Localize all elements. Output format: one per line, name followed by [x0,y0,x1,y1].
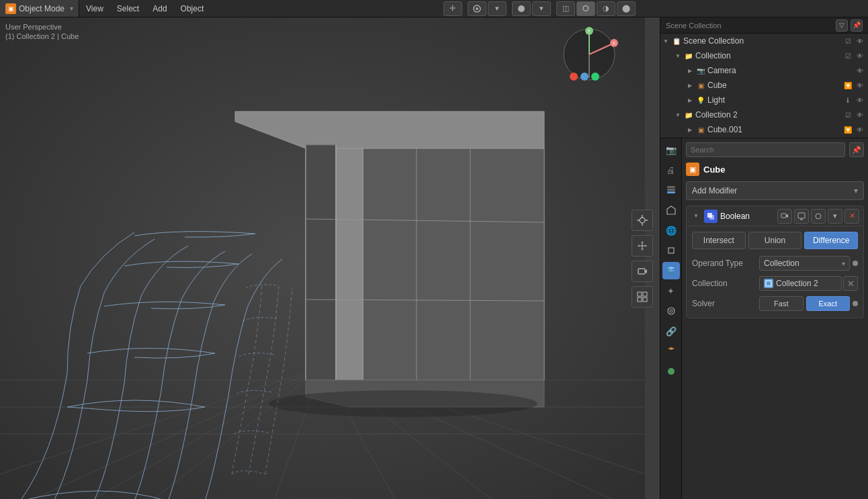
collection-expand[interactable]: ▼ [672,50,683,61]
props-icon-data[interactable] [662,343,680,360]
cube001-expand[interactable]: ▶ [685,124,695,135]
cube-visibility[interactable]: 👁 [855,80,865,91]
toolbar-group-shading: ▾ [512,1,551,16]
props-icon-render[interactable]: 📷 [662,141,680,158]
light-actions: ℹ 👁 [842,95,865,105]
shading-material[interactable]: ◑ [597,1,615,16]
modifier-delete-btn[interactable]: ✕ [844,209,859,224]
operand-type-dropdown[interactable]: Collection ▾ [759,256,850,271]
shading-wireframe[interactable]: ◫ [556,1,575,16]
shading-render[interactable]: ⬤ [617,1,636,16]
btn-union[interactable]: Union [748,232,802,249]
cube001-icon: ▣ [695,124,706,135]
solver-fast-btn[interactable]: Fast [759,296,804,311]
props-icon-world[interactable]: 🌐 [662,222,680,239]
light-expand[interactable]: ▶ [685,95,695,105]
scene-visibility[interactable]: 👁 [855,36,865,46]
collection-visibility[interactable]: 👁 [855,50,865,61]
menu-object[interactable]: Object [174,0,211,17]
mode-selector[interactable]: ▣ Object Mode ▾ [0,0,79,17]
outliner-filter-btn[interactable]: ▽ [836,19,848,32]
operation-button-row: Intersect Union Difference [692,232,858,249]
tool-grid[interactable] [632,286,653,308]
camera-expand[interactable]: ▶ [685,65,695,76]
scene-check[interactable]: ☑ [842,36,853,46]
props-icon-scene[interactable] [662,201,680,219]
svg-point-41 [640,218,645,223]
collection-actions: ☑ 👁 [842,50,865,61]
collection-check[interactable]: ☑ [842,50,853,61]
svg-rect-55 [667,186,675,188]
props-icon-material[interactable] [662,363,680,380]
menu-select[interactable]: Select [110,0,146,17]
btn-intersect[interactable]: Intersect [692,232,746,249]
modifier-expand-arrow[interactable]: ▼ [691,211,701,222]
toolbar-chevron-overlay[interactable]: ▾ [488,1,507,16]
props-icon-viewlayer[interactable] [662,181,680,199]
modifier-dropdown-arrow[interactable]: ▾ [828,209,842,224]
toolbar-btn-cursor[interactable]: ✛ [443,1,462,16]
toolbar-overlay-btn[interactable] [468,1,486,16]
main-content: User Perspective (1) Collection 2 | Cube… [0,17,868,499]
cube-expand[interactable]: ▶ [685,80,695,91]
shading-solid[interactable]: ⬡ [576,1,595,16]
menu-add[interactable]: Add [146,0,173,17]
svg-rect-48 [638,269,645,274]
collection2-visibility[interactable]: 👁 [855,109,865,120]
scene-expand[interactable]: ▼ [660,36,671,46]
collection-row: Collection Collection 2 ✕ [692,275,858,292]
props-icon-output[interactable]: 🖨 [662,161,680,179]
light-visibility[interactable]: 👁 [855,95,865,105]
toolbar-shading-btn[interactable] [512,1,531,16]
svg-rect-53 [667,191,675,193]
svg-text:Y: Y [587,28,591,34]
menu-view[interactable]: View [79,0,110,17]
cube001-visibility[interactable]: 👁 [855,124,865,135]
modifier-btn-render2[interactable] [811,209,826,224]
top-bar-left: ▣ Object Mode ▾ View Select Add Object [0,0,210,17]
toolbar-group-overlay: ▾ [468,1,507,16]
gizmo-area[interactable]: Y X [559,24,619,85]
cube001-filter[interactable]: 🔽 [842,124,853,135]
collection-value-field[interactable]: Collection 2 [759,276,842,291]
collection2-expand[interactable]: ▼ [672,109,683,120]
toolbar-chevron-shading[interactable]: ▾ [532,1,551,16]
props-icon-physics[interactable] [662,302,680,320]
collection2-check[interactable]: ☑ [842,109,853,120]
btn-difference[interactable]: Difference [804,232,858,249]
outliner-row-camera[interactable]: ▶ 📷 Camera 👁 [660,63,868,78]
outliner-row-collection2[interactable]: ▼ 📁 Collection 2 ☑ 👁 [660,107,868,122]
light-info[interactable]: ℹ [842,95,853,105]
outliner-row-light[interactable]: ▶ 💡 Light ℹ 👁 [660,93,868,107]
viewport[interactable]: User Perspective (1) Collection 2 | Cube… [0,17,660,499]
toolbar-shading-modes: ◫ ⬡ ◑ ⬤ [556,1,636,16]
outliner-pin-btn[interactable]: 📌 [851,19,863,32]
props-pin-btn[interactable]: 📌 [849,142,864,157]
collection2-icon: 📁 [683,109,694,120]
svg-rect-52 [643,298,647,302]
modifier-btn-screen[interactable] [794,209,809,224]
add-modifier-button[interactable]: Add Modifier ▾ [686,181,864,200]
cube-actions: 🔽 👁 [842,80,865,91]
outliner-row-scene[interactable]: ▼ 📋 Scene Collection ☑ 👁 [660,34,868,48]
solver-exact-btn[interactable]: Exact [806,296,851,311]
tool-transform[interactable] [632,210,653,231]
tool-camera[interactable] [632,261,653,282]
props-search-input[interactable] [686,142,845,157]
props-icon-constraints[interactable]: 🔗 [662,322,680,340]
tool-move[interactable] [632,235,653,257]
props-icon-particles[interactable]: ✦ [662,282,680,300]
modifier-boolean-card: ▼ Boolean [686,206,864,318]
modifier-btn-camera[interactable] [777,209,792,224]
svg-point-1 [476,7,478,10]
cube-filter[interactable]: 🔽 [842,80,853,91]
outliner-row-cube[interactable]: ▶ ▣ Cube 🔽 👁 [660,78,868,93]
props-icon-object[interactable] [662,242,680,259]
svg-text:X: X [612,40,616,46]
outliner-row-cube001[interactable]: ▶ ▣ Cube.001 🔽 👁 [660,122,868,137]
camera-visibility[interactable]: 👁 [855,65,865,76]
collection2-label: Collection 2 [695,110,842,120]
props-icon-modifier[interactable] [662,262,680,279]
collection-clear-btn[interactable]: ✕ [843,276,858,291]
outliner-row-collection[interactable]: ▼ 📁 Collection ☑ 👁 [660,48,868,63]
